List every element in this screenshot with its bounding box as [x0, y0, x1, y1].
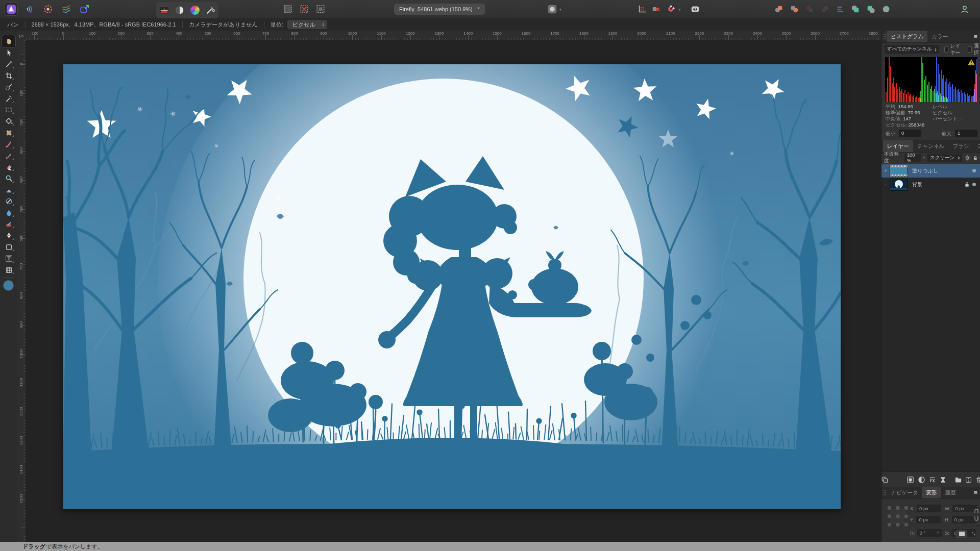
color-picker-tool[interactable] [2, 59, 15, 69]
transform-input[interactable]: 0 °▾ [917, 529, 942, 537]
layer-checkbox[interactable] [944, 46, 948, 53]
live-stack-icon[interactable] [938, 474, 948, 485]
anchor-selector[interactable] [887, 505, 909, 528]
auto-white-balance-icon[interactable] [204, 4, 216, 16]
zoom-tool[interactable] [2, 173, 15, 184]
layers-tab[interactable]: ブラシ [948, 140, 973, 152]
auto-colors-icon[interactable] [189, 4, 201, 16]
panel-menu-icon[interactable]: ≡ [973, 33, 977, 40]
move-tool[interactable] [2, 47, 15, 58]
histogram-tab[interactable]: カラー [927, 31, 952, 42]
document-canvas[interactable] [63, 64, 841, 509]
select-all-icon[interactable] [282, 3, 294, 15]
alignment-icon[interactable] [834, 3, 846, 15]
studio-tab[interactable]: 変形 [922, 487, 941, 498]
vertical-ruler[interactable]: 0100200300400500600700800900100011001200… [17, 40, 26, 542]
photo-persona-icon[interactable] [5, 3, 17, 15]
blend-options-icon[interactable] [963, 474, 973, 485]
transform-input[interactable]: 0 px [916, 516, 941, 523]
max-input[interactable]: 1 [955, 130, 977, 137]
current-color-well[interactable] [4, 281, 13, 290]
assistant-icon[interactable] [689, 3, 701, 15]
smudge-tool[interactable] [2, 219, 15, 229]
layer-checkbox-wrap[interactable]: レイヤー [944, 43, 963, 56]
layers-tab[interactable]: レイヤー [883, 140, 913, 152]
flood-select-tool[interactable] [2, 93, 15, 104]
boolean-divide-icon[interactable] [880, 3, 892, 15]
canvas-viewport[interactable] [26, 40, 881, 542]
healing-brush-tool[interactable] [2, 128, 15, 138]
chevron-down-icon[interactable]: ▾ [971, 531, 973, 535]
chevron-down-icon[interactable]: ▾ [679, 8, 681, 11]
histogram-tab[interactable]: ヒストグラム [887, 31, 927, 42]
mesh-warp-tool[interactable] [2, 265, 15, 275]
layer-row[interactable]: ⋮背景 [881, 178, 980, 191]
duplicate-layer-icon[interactable] [879, 474, 890, 485]
panel-menu-icon[interactable]: ≡ [973, 489, 977, 496]
selection-brush-tool[interactable] [2, 82, 15, 92]
boolean-add-icon[interactable] [849, 3, 862, 15]
auto-contrast-icon[interactable] [174, 4, 186, 16]
deselect-icon[interactable] [298, 3, 310, 15]
liquify-persona-icon[interactable] [23, 3, 36, 15]
auto-levels-icon[interactable] [158, 4, 170, 16]
crop-tool[interactable] [2, 70, 15, 81]
group-layers-icon[interactable] [953, 474, 963, 485]
pixel-tool[interactable] [2, 151, 15, 161]
show-grid-icon[interactable] [636, 3, 648, 15]
pen-tool[interactable] [2, 231, 15, 241]
move-to-back-icon[interactable] [788, 3, 800, 15]
develop-persona-icon[interactable] [42, 3, 54, 15]
erase-brush-tool[interactable] [2, 162, 15, 172]
quick-mask-icon[interactable] [546, 3, 558, 15]
layer-visibility-dot[interactable] [972, 183, 976, 186]
horizontal-ruler[interactable]: -100010020030040050060070080090010001100… [26, 31, 881, 40]
account-icon[interactable] [959, 3, 971, 15]
layer-row[interactable]: ➤塗りつぶし [881, 164, 980, 178]
move-to-front-icon[interactable] [773, 3, 785, 15]
layers-tab[interactable]: ストック [973, 140, 980, 152]
paint-brush-tool[interactable] [2, 139, 15, 149]
clone-stamp-tool[interactable] [2, 185, 15, 195]
delete-layer-icon[interactable] [973, 474, 980, 485]
view-tool[interactable] [2, 35, 15, 47]
transform-origin-button[interactable] [956, 530, 967, 538]
studio-tab[interactable]: 履歴 [941, 487, 960, 498]
export-persona-icon[interactable] [79, 3, 91, 15]
mask-layer-icon[interactable] [905, 474, 915, 485]
chevron-down-icon[interactable]: ▾ [937, 531, 939, 535]
panel-grip[interactable] [883, 34, 887, 40]
link-dimensions-icon[interactable] [974, 508, 979, 521]
blend-mode-select[interactable]: スクリーン ▴▾ [927, 154, 962, 162]
selection-checkbox[interactable] [968, 46, 972, 53]
boolean-subtract-icon[interactable] [865, 3, 877, 15]
adjustment-layer-icon[interactable] [916, 474, 926, 485]
move-forward-icon[interactable] [803, 3, 816, 15]
selection-checkbox-wrap[interactable]: 選択 [968, 43, 980, 56]
panel-grip[interactable] [883, 490, 887, 496]
chevron-down-icon[interactable]: ▾ [559, 8, 561, 11]
invert-selection-icon[interactable] [314, 3, 327, 15]
flood-fill-tool[interactable] [2, 116, 15, 127]
snapping-presets-icon[interactable] [650, 3, 663, 15]
chevron-down-icon[interactable]: ▾ [923, 156, 925, 160]
blur-tool[interactable] [2, 208, 15, 218]
live-filter-icon[interactable] [927, 474, 937, 485]
opacity-input[interactable]: 100 % [904, 154, 922, 162]
studio-tab[interactable]: ナビゲータ [887, 487, 922, 498]
min-input[interactable]: 0 [899, 130, 921, 137]
snapping-magnet-icon[interactable] [665, 3, 677, 15]
transform-input[interactable]: 0 px [917, 505, 941, 512]
transform-input[interactable]: 0 px [952, 516, 976, 523]
move-backward-icon[interactable] [819, 3, 831, 15]
lock-icon[interactable] [973, 155, 978, 161]
tone-mapping-persona-icon[interactable] [60, 3, 72, 15]
channel-select[interactable]: すべてのチャンネル ▴▾ [885, 45, 939, 54]
layer-visibility-dot[interactable] [972, 169, 976, 172]
marquee-select-tool[interactable] [2, 105, 15, 115]
unit-select[interactable]: ピクセル ▴▾ [287, 20, 327, 29]
chevron-down-icon[interactable]: ▾ [973, 533, 975, 537]
gear-icon[interactable] [965, 155, 970, 161]
layers-tab[interactable]: チャンネル [913, 140, 949, 152]
text-tool[interactable] [2, 254, 15, 264]
